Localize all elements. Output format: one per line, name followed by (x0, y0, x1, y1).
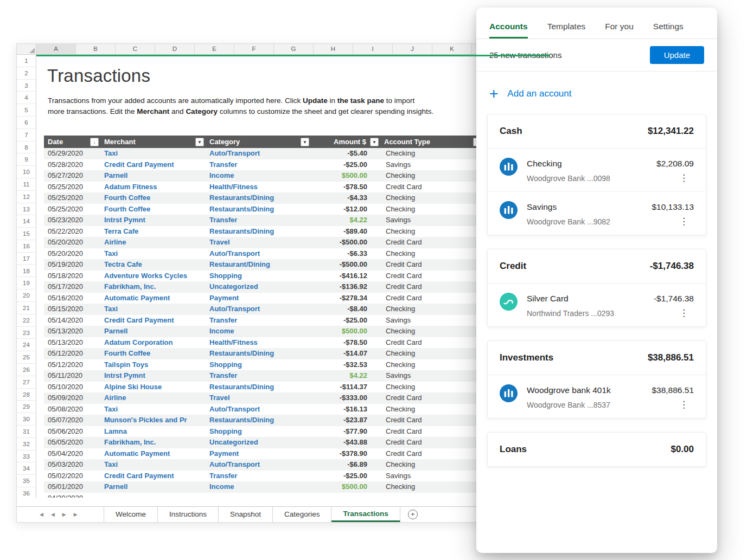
cell-date[interactable]: 05/22/2020 (44, 226, 100, 237)
cell-date[interactable]: 05/25/2020 (44, 192, 100, 204)
cell-amount[interactable]: -$12.00 (311, 204, 380, 215)
cell-date[interactable]: 05/11/2020 (44, 370, 100, 382)
cell-date[interactable]: 05/16/2020 (44, 293, 100, 304)
cell-date[interactable]: 05/19/2020 (44, 259, 100, 271)
cell-merchant[interactable]: Fourth Coffee (100, 348, 206, 359)
cell-merchant[interactable]: Tailspin Toys (100, 359, 206, 371)
row-number-11[interactable]: 11 (17, 178, 36, 191)
cell-amount[interactable]: -$78.50 (311, 182, 380, 193)
cell-amount[interactable]: -$14.07 (311, 348, 380, 359)
cell-amount[interactable] (311, 493, 380, 498)
sheet-grid[interactable]: Transactions Transactions from your adde… (36, 55, 550, 498)
cell-account[interactable]: Credit Card (380, 259, 483, 271)
cell-category[interactable] (206, 493, 311, 498)
cell-account[interactable]: Savings (380, 471, 483, 482)
cell-account[interactable]: Checking (380, 404, 483, 415)
cell-account[interactable]: Credit Card (380, 426, 483, 437)
cell-account[interactable]: Checking (380, 226, 483, 237)
cell-account[interactable]: Checking (380, 248, 483, 260)
cell-amount[interactable]: -$32.53 (311, 359, 380, 371)
row-number-32[interactable]: 32 (17, 438, 36, 450)
cell-category[interactable]: Uncategorized (206, 437, 311, 448)
cell-account[interactable]: Checking (380, 170, 483, 182)
cell-amount[interactable]: -$77.90 (311, 426, 380, 437)
column-letter-J[interactable]: J (393, 44, 432, 54)
cell-merchant[interactable]: Fabrikham, Inc. (100, 281, 206, 293)
cell-category[interactable]: Transfer (206, 370, 311, 382)
cell-merchant[interactable]: Automatic Payment (100, 448, 206, 460)
sort-descending-icon[interactable]: ↓ (90, 138, 99, 146)
column-letter-I[interactable]: I (353, 44, 393, 54)
cell-account[interactable]: Checking (380, 148, 483, 159)
sheet-nav-arrow-4[interactable]: ▶ (74, 512, 78, 517)
cell-date[interactable]: 05/10/2020 (44, 382, 100, 393)
cell-date[interactable]: 05/09/2020 (44, 392, 100, 404)
cell-date[interactable]: 05/14/2020 (44, 315, 100, 326)
sheet-tab-welcome[interactable]: Welcome (104, 507, 158, 522)
row-number-3[interactable]: 3 (17, 80, 36, 92)
cell-merchant[interactable]: Parnell (100, 481, 206, 493)
cell-category[interactable]: Health/Fitness (206, 337, 311, 349)
row-number-26[interactable]: 26 (17, 364, 36, 376)
cell-date[interactable]: 05/12/2020 (44, 348, 100, 359)
taskpane-tab-settings[interactable]: Settings (653, 22, 684, 38)
cell-merchant[interactable]: Lamna (100, 426, 206, 437)
select-all-corner[interactable] (17, 44, 36, 54)
sheet-tab-instructions[interactable]: Instructions (158, 507, 219, 522)
cell-account[interactable]: Credit Card (380, 415, 483, 426)
cell-date[interactable]: 05/05/2020 (44, 437, 100, 448)
cell-category[interactable]: Travel (206, 237, 311, 248)
cell-amount[interactable]: -$43.88 (311, 437, 380, 448)
cell-amount[interactable]: -$6.33 (311, 248, 380, 260)
cell-amount[interactable]: -$16.13 (311, 404, 380, 415)
cell-merchant[interactable]: Taxi (100, 148, 206, 159)
cell-amount[interactable]: -$136.92 (311, 281, 380, 293)
filter-dropdown-icon[interactable]: ▼ (195, 138, 204, 146)
taskpane-tab-templates[interactable]: Templates (547, 22, 586, 38)
cell-category[interactable]: Restaurant/Dining (206, 259, 311, 271)
sheet-nav-arrow-3[interactable]: ▶ (62, 512, 66, 517)
cell-date[interactable]: 05/02/2020 (44, 471, 100, 482)
cell-amount[interactable]: -$416.12 (311, 271, 380, 282)
cell-category[interactable]: Shopping (206, 271, 311, 282)
cell-category[interactable]: Income (206, 481, 311, 493)
cell-date[interactable]: 05/25/2020 (44, 204, 100, 215)
cell-date[interactable]: 04/30/2020 (44, 493, 100, 498)
cell-amount[interactable]: -$500.00 (311, 259, 380, 271)
cell-account[interactable]: Savings (380, 215, 483, 226)
cell-category[interactable]: Payment (206, 293, 311, 304)
row-number-18[interactable]: 18 (17, 265, 36, 278)
cell-account[interactable]: Savings (380, 315, 483, 326)
column-letter-F[interactable]: F (234, 44, 274, 54)
cell-date[interactable]: 05/17/2020 (44, 281, 100, 293)
row-number-28[interactable]: 28 (17, 389, 36, 401)
cell-category[interactable]: Restaurants/Dining (206, 204, 311, 215)
row-number-24[interactable]: 24 (17, 339, 36, 351)
cell-category[interactable]: Restaurants/Dining (206, 192, 311, 204)
cell-date[interactable]: 05/13/2020 (44, 337, 100, 349)
row-number-33[interactable]: 33 (17, 450, 36, 463)
row-number-30[interactable]: 30 (17, 413, 36, 426)
cell-category[interactable]: Transfer (206, 471, 311, 482)
sheet-nav-arrow-2[interactable]: ◀ (51, 512, 55, 517)
row-number-17[interactable]: 17 (17, 253, 36, 265)
cell-category[interactable]: Uncategorized (206, 281, 311, 293)
row-number-27[interactable]: 27 (17, 376, 36, 389)
column-letter-C[interactable]: C (116, 44, 155, 54)
row-number-16[interactable]: 16 (17, 240, 36, 253)
row-number-9[interactable]: 9 (17, 153, 36, 166)
cell-amount[interactable]: -$378.90 (311, 448, 380, 460)
cell-merchant[interactable]: Airline (100, 237, 206, 248)
cell-category[interactable]: Health/Fitness (206, 182, 311, 193)
cell-account[interactable]: Credit Card (380, 448, 483, 460)
cell-account[interactable]: Credit Card (380, 392, 483, 404)
cell-account[interactable]: Credit Card (380, 237, 483, 248)
cell-merchant[interactable]: Credit Card Payment (100, 315, 206, 326)
cell-merchant[interactable]: Fourth Coffee (100, 192, 206, 204)
cell-date[interactable]: 05/15/2020 (44, 304, 100, 315)
cell-amount[interactable]: -$89.40 (311, 226, 380, 237)
cell-amount[interactable]: -$5.40 (311, 148, 380, 159)
cell-amount[interactable]: -$8.40 (311, 304, 380, 315)
row-number-31[interactable]: 31 (17, 426, 36, 438)
row-number-1[interactable]: 1 (17, 55, 36, 67)
